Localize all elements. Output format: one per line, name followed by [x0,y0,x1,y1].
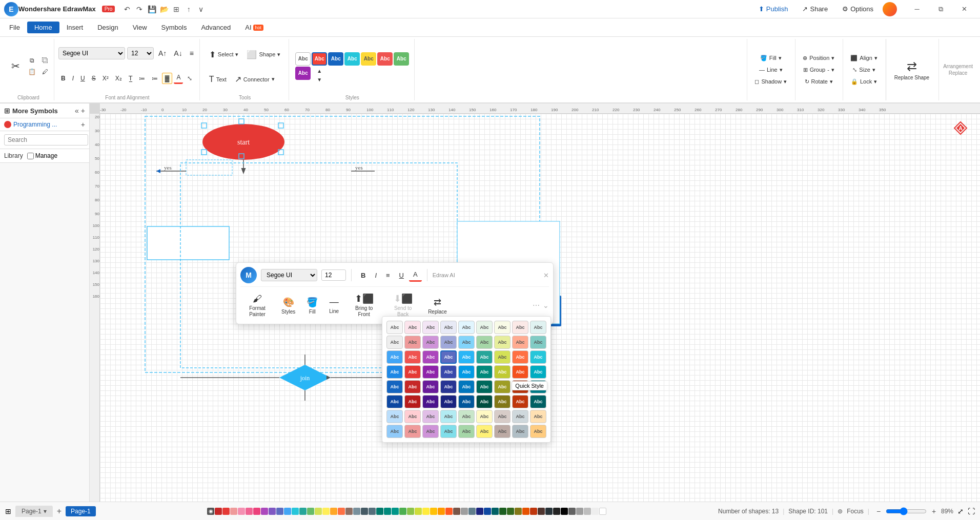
c36[interactable] [484,508,491,515]
copy-button[interactable]: ⧉ [26,55,38,66]
c2[interactable] [222,508,230,515]
ft-underline[interactable]: U [395,269,408,281]
c17[interactable] [338,508,345,515]
swatch-red[interactable]: Abc [312,52,327,66]
c1[interactable] [215,508,222,515]
undo-button[interactable]: ↶ [121,3,133,15]
open-button[interactable]: 📂 [158,3,170,15]
sg-r6-9[interactable]: Abc [530,395,546,408]
restore-button[interactable]: ⧉ [929,0,952,18]
sg-s9[interactable]: Abc [530,321,546,334]
sg-r6-6[interactable]: Abc [476,395,493,408]
more-title-button[interactable]: ∨ [195,3,207,15]
sg-r8-5[interactable]: Abc [458,425,475,438]
sg-s2[interactable]: Abc [404,321,421,334]
strikethrough-button[interactable]: S [89,73,98,84]
sg-r2-4[interactable]: Abc [440,336,457,349]
sg-r2-5[interactable]: Abc [458,336,475,349]
shape-button[interactable]: ⬜ Shape ▾ [243,48,283,61]
c22[interactable] [376,508,383,515]
c31[interactable] [445,508,453,515]
sg-r4-6[interactable]: Abc [476,365,493,379]
swatch-yellow[interactable]: Abc [361,52,376,66]
italic-button[interactable]: I [70,73,76,84]
swatch-white[interactable]: Abc [295,52,311,66]
c13[interactable] [307,508,314,515]
styles-scroll-up[interactable]: ▲ [312,67,327,75]
paste-button[interactable]: 📋 [26,67,38,77]
redo-button[interactable]: ↷ [133,3,146,15]
c23[interactable] [384,508,391,515]
zoom-out-button[interactable]: − [873,506,884,516]
export-button[interactable]: ↑ [182,3,195,15]
swatch-orange-red[interactable]: Abc [377,52,393,66]
c41[interactable] [522,508,529,515]
sg-s1[interactable]: Abc [386,321,403,334]
align-button[interactable]: ⬛ Align ▾ [847,53,880,64]
sg-r3-1[interactable]: Abc [386,350,403,364]
c5[interactable] [246,508,253,515]
bold-button[interactable]: B [58,73,68,84]
ft-italic[interactable]: I [371,269,381,281]
sg-r4-9[interactable]: Abc [530,365,546,379]
menu-view[interactable]: View [126,22,154,33]
sg-r6-5[interactable]: Abc [458,395,475,408]
c9[interactable] [276,508,283,515]
c12[interactable] [299,508,307,515]
sg-r4-1[interactable]: Abc [386,365,403,379]
c49[interactable] [584,508,591,515]
c50[interactable] [591,508,599,515]
ft-line[interactable]: — Line [325,295,343,316]
fullscreen-button[interactable]: ⛶ [968,507,975,515]
font-family-select[interactable]: Segoe UI [58,47,125,59]
options-button[interactable]: ⚙ Options [837,3,879,15]
sg-r8-2[interactable]: Abc [404,425,421,438]
sidebar-add-button[interactable]: + [81,107,85,115]
highlight-button[interactable]: ▓ [162,73,173,84]
font-expand-button[interactable]: ⤡ [185,73,195,84]
swatch-green[interactable]: Abc [394,52,409,66]
c30[interactable] [438,508,445,515]
close-button[interactable]: ✕ [952,0,976,18]
menu-file[interactable]: File [2,22,27,33]
c14[interactable] [315,508,322,515]
c35[interactable] [476,508,483,515]
styles-scroll-down[interactable]: ▼ [312,75,327,84]
sg-r5-1[interactable]: Abc [386,380,403,393]
sg-r2-7[interactable]: Abc [494,336,511,349]
sg-s7[interactable]: Abc [494,321,511,334]
sg-r3-4[interactable]: Abc [440,350,457,364]
sg-r6-2[interactable]: Abc [404,395,421,408]
ft-send-to-back[interactable]: ⬇⬛ Send to Back [385,291,421,320]
font-increase-button[interactable]: A↑ [156,48,169,59]
fit-page-button[interactable]: ⤢ [957,507,964,515]
canvas-area[interactable]: -30 -20 -10 0 10 20 30 40 50 60 70 80 90… [90,103,980,502]
c24[interactable] [392,508,399,515]
ft-close[interactable]: ✕ [543,272,549,279]
template-button[interactable]: ⊞ [170,3,182,15]
subscript-button[interactable]: X₂ [113,73,125,84]
sg-r2-8[interactable]: Abc [512,336,528,349]
c37[interactable] [492,508,499,515]
layers-button[interactable]: ⊚ [838,508,843,515]
sg-r5-5[interactable]: Abc [458,380,475,393]
font-decrease-button[interactable]: A↓ [171,48,185,59]
share-button[interactable]: ↗ Share [797,3,833,15]
lock-button[interactable]: 🔒 Lock ▾ [848,76,880,87]
menu-home[interactable]: Home [27,22,59,33]
ft-format-painter[interactable]: 🖌 Format Painter [240,292,274,320]
c6[interactable] [253,508,260,515]
sg-r8-4[interactable]: Abc [440,425,457,438]
c8[interactable] [269,508,276,515]
sg-s6[interactable]: Abc [476,321,493,334]
c44[interactable] [545,508,553,515]
swatch-blue[interactable]: Abc [328,52,343,66]
sg-r8-3[interactable]: Abc [422,425,439,438]
sg-r7-8[interactable]: Abc [512,410,528,423]
c47[interactable] [568,508,576,515]
search-input[interactable] [4,134,88,145]
bullet-button[interactable]: ≔ [149,73,160,84]
sg-r2-2[interactable]: Abc [404,336,421,349]
ai-canvas-icon[interactable]: A [951,119,970,137]
c19[interactable] [353,508,360,515]
